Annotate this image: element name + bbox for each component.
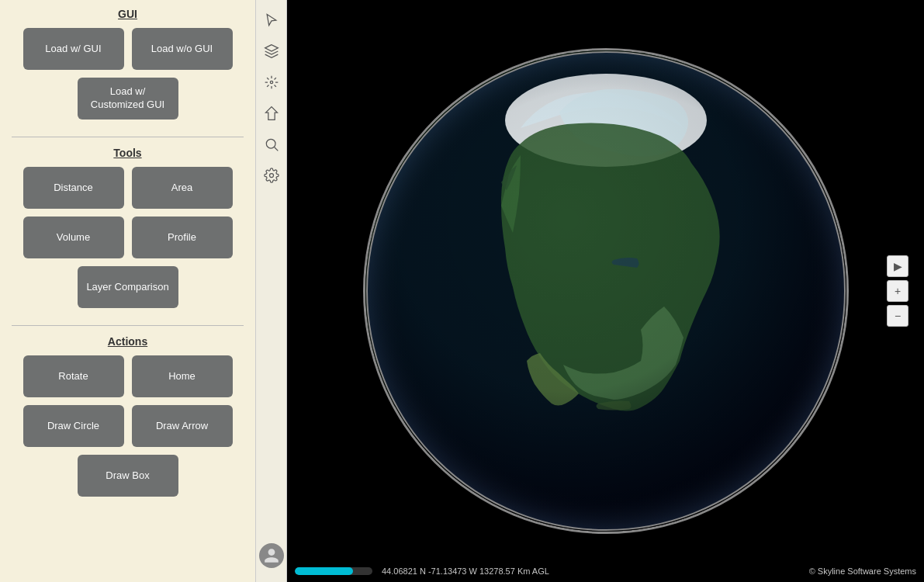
distance-button[interactable]: Distance bbox=[23, 167, 124, 209]
actions-row-3: Draw Box bbox=[12, 455, 244, 497]
map-area[interactable]: ▶ + − 44.06821 N -71.13473 W 13278.57 Km… bbox=[287, 0, 924, 582]
load-wo-gui-button[interactable]: Load w/o GUI bbox=[132, 28, 233, 70]
user-icon[interactable] bbox=[259, 543, 284, 568]
gui-section: GUI Load w/ GUI Load w/o GUI Load w/ Cus… bbox=[12, 8, 244, 127]
user-section bbox=[259, 543, 284, 574]
actions-row-2: Draw Circle Draw Arrow bbox=[12, 405, 244, 447]
globe-svg bbox=[365, 50, 846, 532]
area-button[interactable]: Area bbox=[132, 167, 233, 209]
draw-box-button[interactable]: Draw Box bbox=[78, 455, 178, 497]
svg-line-3 bbox=[274, 147, 278, 151]
cursor-icon[interactable] bbox=[259, 8, 284, 33]
tools-row-2: Volume Profile bbox=[12, 217, 244, 258]
tools-row-3: Layer Comparison bbox=[12, 266, 244, 308]
actions-section: Actions Rotate Home Draw Circle Draw Arr… bbox=[12, 335, 244, 504]
globe[interactable] bbox=[365, 50, 846, 532]
svg-marker-1 bbox=[265, 107, 277, 120]
status-bar: 44.06821 N -71.13473 W 13278.57 Km AGL ©… bbox=[287, 560, 924, 582]
copyright-text: © Skyline Software Systems bbox=[809, 566, 916, 576]
divider-2 bbox=[12, 325, 244, 326]
tools-section: Tools Distance Area Volume Profile Layer… bbox=[12, 147, 244, 316]
coordinates-text: 44.06821 N -71.13473 W 13278.57 Km AGL bbox=[382, 566, 549, 576]
toolbar bbox=[256, 0, 287, 582]
layers-icon[interactable] bbox=[259, 39, 284, 64]
settings-icon[interactable] bbox=[259, 163, 284, 188]
gui-title: GUI bbox=[12, 8, 244, 20]
load-customized-gui-button[interactable]: Load w/ Customized GUI bbox=[78, 78, 178, 120]
draw-arrow-button[interactable]: Draw Arrow bbox=[132, 405, 233, 447]
layer-comparison-button[interactable]: Layer Comparison bbox=[78, 266, 178, 308]
search-icon[interactable] bbox=[259, 132, 284, 157]
actions-title: Actions bbox=[12, 335, 244, 348]
actions-row-1: Rotate Home bbox=[12, 355, 244, 397]
compass-icon[interactable] bbox=[259, 70, 284, 95]
nav-forward-button[interactable]: ▶ bbox=[887, 255, 908, 277]
volume-button[interactable]: Volume bbox=[23, 217, 124, 258]
svg-point-4 bbox=[269, 174, 273, 178]
zoom-out-button[interactable]: − bbox=[887, 305, 908, 327]
divider-1 bbox=[12, 137, 244, 137]
svg-point-0 bbox=[270, 81, 272, 83]
svg-point-8 bbox=[367, 52, 845, 530]
home-button[interactable]: Home bbox=[132, 355, 233, 397]
draw-circle-button[interactable]: Draw Circle bbox=[23, 405, 124, 447]
svg-point-2 bbox=[266, 139, 275, 148]
profile-button[interactable]: Profile bbox=[132, 217, 233, 258]
rotate-button[interactable]: Rotate bbox=[23, 355, 124, 397]
zoom-in-button[interactable]: + bbox=[887, 280, 908, 302]
navigate-icon[interactable] bbox=[259, 101, 284, 126]
progress-bar bbox=[295, 567, 372, 575]
gui-row-1: Load w/ GUI Load w/o GUI bbox=[12, 28, 244, 70]
load-w-gui-button[interactable]: Load w/ GUI bbox=[23, 28, 124, 70]
left-panel: GUI Load w/ GUI Load w/o GUI Load w/ Cus… bbox=[0, 0, 256, 582]
nav-controls: ▶ + − bbox=[887, 255, 908, 327]
progress-fill bbox=[295, 567, 353, 575]
gui-row-2: Load w/ Customized GUI bbox=[12, 78, 244, 120]
tools-title: Tools bbox=[12, 147, 244, 159]
tools-row-1: Distance Area bbox=[12, 167, 244, 209]
